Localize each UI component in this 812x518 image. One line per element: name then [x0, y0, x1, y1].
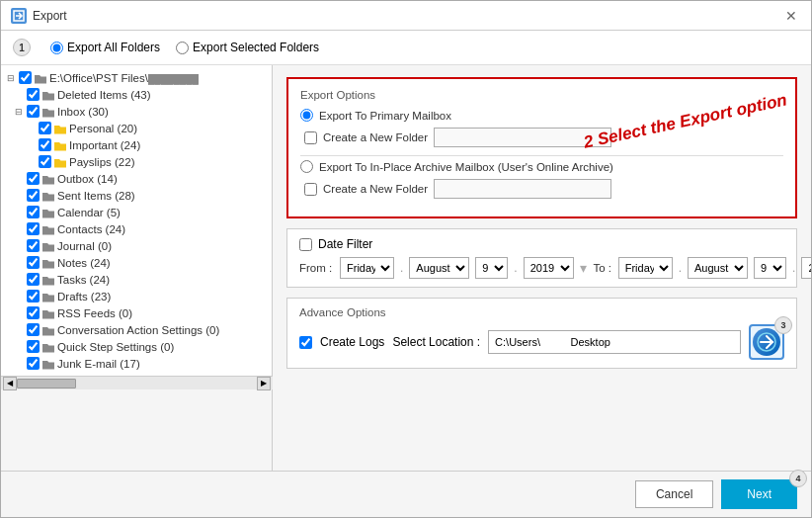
export-options-box: Export Options Export To Primary Mailbox…	[286, 77, 797, 218]
export-primary-radio[interactable]	[300, 109, 313, 122]
create-logs-checkbox[interactable]	[299, 336, 312, 349]
root-toggle[interactable]: ⊟	[5, 72, 17, 84]
folder1-input[interactable]	[434, 128, 611, 147]
close-button[interactable]: ✕	[781, 6, 801, 26]
leaf-toggle	[13, 274, 25, 286]
export-primary-option[interactable]: Export To Primary Mailbox	[300, 109, 783, 122]
root-checkbox[interactable]	[19, 71, 32, 84]
item-checkbox[interactable]	[27, 306, 40, 319]
folder-icon	[41, 324, 55, 336]
to-date-select[interactable]: 9	[754, 257, 786, 279]
create-logs-label: Create Logs	[320, 335, 384, 349]
item-label: Journal (0)	[57, 240, 112, 252]
horizontal-scrollbar[interactable]: ◀ ▶	[1, 376, 273, 389]
list-item[interactable]: Drafts (23)	[1, 288, 272, 304]
divider	[300, 155, 783, 156]
list-item[interactable]: Quick Step Settings (0)	[1, 338, 272, 355]
from-year-select[interactable]: 2019	[524, 257, 574, 279]
item-checkbox[interactable]	[27, 105, 40, 118]
list-item[interactable]: Deleted Items (43)	[1, 86, 272, 103]
list-item[interactable]: Calendar (5)	[1, 204, 272, 220]
scroll-thumb[interactable]	[17, 379, 76, 388]
export-archive-radio[interactable]	[300, 160, 313, 173]
list-item[interactable]: ⊟ Inbox (30)	[1, 103, 272, 120]
item-checkbox[interactable]	[27, 172, 40, 185]
scroll-track[interactable]	[17, 379, 257, 388]
list-item[interactable]: Important (24)	[1, 136, 272, 153]
scroll-left[interactable]: ◀	[3, 377, 17, 390]
item-checkbox[interactable]	[27, 323, 40, 336]
list-item[interactable]: Notes (24)	[1, 254, 272, 271]
item-checkbox[interactable]	[27, 290, 40, 302]
export-archive-option[interactable]: Export To In-Place Archive Mailbox (User…	[300, 160, 783, 173]
folder-icon	[41, 341, 55, 353]
item-checkbox[interactable]	[27, 206, 40, 218]
tree-root[interactable]: ⊟ E:\Office\PST Files\████████	[1, 69, 272, 86]
list-item[interactable]: Personal (20)	[1, 120, 272, 136]
list-item[interactable]: Sent Items (28)	[1, 187, 272, 204]
list-item[interactable]: Junk E-mail (17)	[1, 355, 272, 372]
export-all-option[interactable]: Export All Folders	[50, 41, 160, 54]
item-checkbox[interactable]	[27, 273, 40, 286]
export-selected-option[interactable]: Export Selected Folders	[176, 41, 319, 54]
list-item[interactable]: Conversation Action Settings (0)	[1, 321, 272, 338]
item-checkbox[interactable]	[39, 122, 51, 134]
folder-panel-container: ⊟ E:\Office\PST Files\████████ Deleted I…	[1, 65, 273, 471]
title-bar-left: Export	[11, 8, 67, 24]
export-selected-radio[interactable]	[176, 42, 189, 54]
export-all-label: Export All Folders	[67, 41, 160, 54]
item-checkbox[interactable]	[27, 88, 40, 101]
folder-icon	[41, 173, 55, 185]
inbox-toggle[interactable]: ⊟	[13, 106, 25, 118]
item-checkbox[interactable]	[27, 340, 40, 353]
item-label: Outbox (14)	[57, 173, 118, 185]
export-dialog: Export ✕ 1 Export All Folders Export Sel…	[0, 0, 812, 518]
from-date-select[interactable]: 9	[475, 257, 508, 279]
item-checkbox[interactable]	[39, 155, 51, 168]
item-label: Notes (24)	[57, 257, 111, 269]
export-type-group: Export All Folders Export Selected Folde…	[50, 41, 319, 54]
from-day-select[interactable]: Friday	[340, 257, 394, 279]
folder2-input[interactable]	[434, 179, 611, 199]
date-filter-header: Date Filter	[299, 237, 784, 251]
create-folder2-option[interactable]: Create a New Folder	[304, 179, 783, 199]
item-checkbox[interactable]	[27, 256, 40, 269]
item-label: Junk E-mail (17)	[57, 358, 140, 370]
location-input[interactable]	[488, 330, 741, 354]
to-month-select[interactable]: August	[688, 257, 748, 279]
list-item[interactable]: Contacts (24)	[1, 220, 272, 237]
next-button[interactable]: Next	[721, 479, 797, 509]
export-type-bar: 1 Export All Folders Export Selected Fol…	[1, 31, 811, 65]
list-item[interactable]: RSS Feeds (0)	[1, 304, 272, 321]
folder-icon	[41, 190, 55, 202]
item-checkbox[interactable]	[27, 189, 40, 202]
from-label: From :	[299, 262, 334, 274]
folder-icon-yellow	[53, 156, 67, 168]
create-folder2-checkbox[interactable]	[304, 183, 317, 196]
cancel-button[interactable]: Cancel	[635, 480, 713, 508]
create-folder1-option[interactable]: Create a New Folder	[304, 128, 783, 147]
list-item[interactable]: Payslips (22)	[1, 153, 272, 170]
item-checkbox[interactable]	[27, 357, 40, 370]
list-item[interactable]: Outbox (14)	[1, 170, 272, 187]
leaf-toggle	[13, 223, 25, 235]
to-day-select[interactable]: Friday	[618, 257, 673, 279]
list-item[interactable]: Tasks (24)	[1, 271, 272, 288]
item-checkbox[interactable]	[27, 239, 40, 252]
export-options-wrapper: Export Options Export To Primary Mailbox…	[286, 77, 797, 218]
folder-icon	[41, 274, 55, 286]
from-month-select[interactable]: August	[409, 257, 469, 279]
item-checkbox[interactable]	[39, 138, 51, 151]
main-content: ⊟ E:\Office\PST Files\████████ Deleted I…	[1, 65, 811, 471]
to-year-select[interactable]: 2019	[801, 257, 811, 279]
export-options-title: Export Options	[300, 89, 783, 101]
leaf-toggle	[25, 123, 37, 134]
list-item[interactable]: Journal (0)	[1, 237, 272, 254]
scroll-right[interactable]: ▶	[257, 377, 271, 390]
create-folder1-checkbox[interactable]	[304, 131, 317, 144]
export-all-radio[interactable]	[50, 42, 63, 54]
leaf-toggle	[13, 341, 25, 353]
item-checkbox[interactable]	[27, 222, 40, 235]
root-folder-icon	[34, 72, 47, 84]
date-filter-checkbox[interactable]	[299, 238, 312, 251]
